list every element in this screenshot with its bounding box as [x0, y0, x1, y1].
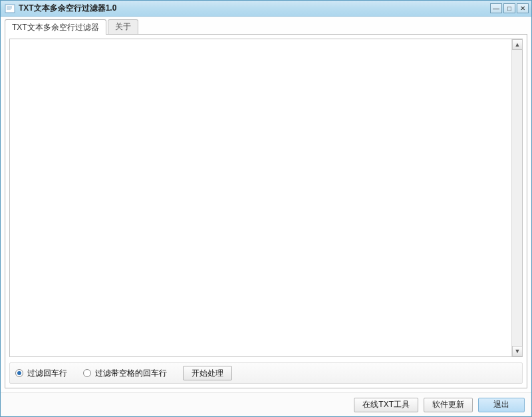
close-button[interactable]: ✕ — [517, 3, 529, 13]
radio-filter-cr-label: 过滤回车行 — [27, 368, 67, 379]
app-icon — [5, 3, 15, 14]
radio-dot-icon — [83, 369, 91, 377]
titlebar[interactable]: TXT文本多余空行过滤器1.0 — □ ✕ — [1, 1, 531, 17]
exit-button[interactable]: 退出 — [478, 398, 525, 412]
scroll-up-icon[interactable]: ▲ — [512, 39, 523, 50]
scroll-down-icon[interactable]: ▼ — [512, 346, 523, 356]
update-button[interactable]: 软件更新 — [424, 398, 473, 412]
svg-rect-0 — [5, 5, 15, 13]
window-title: TXT文本多余空行过滤器1.0 — [19, 3, 490, 14]
textarea-container: ▲ ▼ — [9, 39, 523, 357]
start-button-label: 开始处理 — [192, 368, 223, 379]
client-area: TXT文本多余空行过滤器 关于 ▲ ▼ 过滤回车行 — [1, 17, 531, 392]
tabstrip: TXT文本多余空行过滤器 关于 — [5, 19, 527, 34]
vertical-scrollbar[interactable]: ▲ ▼ — [511, 39, 522, 356]
footer: 在线TXT工具 软件更新 退出 — [1, 392, 531, 416]
window-controls: — □ ✕ — [490, 3, 529, 13]
minimize-button[interactable]: — — [490, 3, 502, 13]
app-window: TXT文本多余空行过滤器1.0 — □ ✕ TXT文本多余空行过滤器 关于 ▲ … — [0, 0, 532, 417]
radio-filter-space-cr[interactable]: 过滤带空格的回车行 — [83, 368, 167, 379]
tab-main-label: TXT文本多余空行过滤器 — [12, 22, 99, 33]
online-tools-label: 在线TXT工具 — [362, 399, 410, 410]
options-row: 过滤回车行 过滤带空格的回车行 开始处理 — [9, 362, 523, 384]
exit-label: 退出 — [493, 399, 509, 410]
radio-filter-cr[interactable]: 过滤回车行 — [15, 368, 67, 379]
radio-dot-icon — [15, 369, 23, 377]
tab-main[interactable]: TXT文本多余空行过滤器 — [5, 19, 106, 35]
update-label: 软件更新 — [432, 399, 464, 410]
radio-filter-space-cr-label: 过滤带空格的回车行 — [95, 368, 167, 379]
tabpage-main: ▲ ▼ 过滤回车行 过滤带空格的回车行 开始处理 — [5, 34, 527, 388]
start-button[interactable]: 开始处理 — [183, 366, 232, 380]
tab-about[interactable]: 关于 — [108, 19, 138, 34]
online-tools-button[interactable]: 在线TXT工具 — [354, 398, 418, 412]
tab-about-label: 关于 — [115, 21, 131, 33]
maximize-button[interactable]: □ — [503, 3, 515, 13]
text-input[interactable] — [10, 39, 511, 356]
